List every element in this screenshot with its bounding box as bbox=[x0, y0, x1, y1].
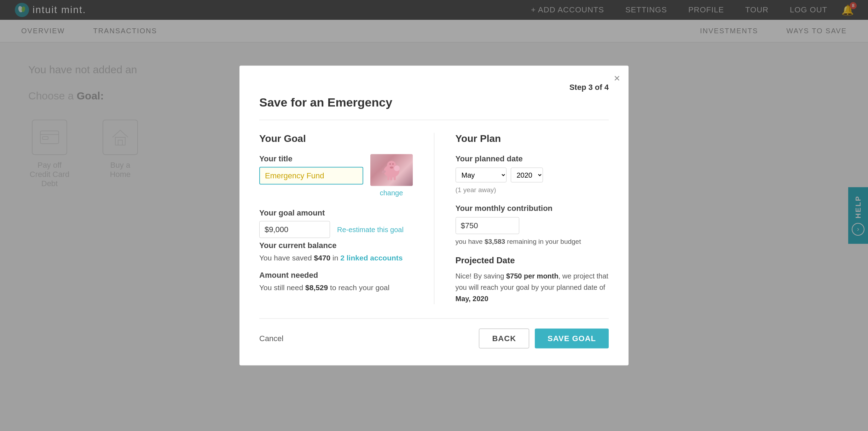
save-goal-button[interactable]: SAVE GOAL bbox=[535, 329, 609, 349]
modal-dialog: × Step 3 of 4 Save for an Emergency Your… bbox=[239, 66, 629, 366]
projected-date-title: Projected Date bbox=[456, 255, 609, 265]
amount-needed-section: Amount needed You still need $8,529 to r… bbox=[259, 271, 413, 292]
change-image-link[interactable]: change bbox=[370, 189, 413, 197]
current-step: 3 bbox=[588, 83, 592, 92]
year-away-text: (1 year away) bbox=[456, 186, 609, 194]
date-selects: May January February March April June Ju… bbox=[456, 168, 609, 183]
linked-accounts-link[interactable]: 2 linked accounts bbox=[340, 254, 403, 262]
goal-amount-row: Re-estimate this goal bbox=[259, 221, 413, 238]
svg-point-11 bbox=[392, 163, 394, 165]
title-input[interactable] bbox=[259, 167, 363, 185]
goal-image-area: change bbox=[370, 154, 413, 197]
your-plan-section: Your Plan Your planned date May January … bbox=[434, 133, 609, 304]
goal-image-row: Your title bbox=[259, 154, 413, 197]
svg-rect-13 bbox=[387, 176, 389, 180]
your-plan-title: Your Plan bbox=[456, 133, 609, 144]
svg-point-12 bbox=[390, 167, 393, 169]
goal-amount-label: Your goal amount bbox=[259, 208, 413, 218]
balance-text: You have saved $470 in 2 linked accounts bbox=[259, 254, 413, 262]
svg-point-10 bbox=[389, 163, 391, 165]
month-select[interactable]: May January February March April June Ju… bbox=[456, 168, 507, 183]
your-goal-section: Your Goal Your title bbox=[259, 133, 413, 304]
contribution-input[interactable] bbox=[456, 217, 519, 234]
balance-amount: $470 bbox=[314, 254, 331, 262]
goal-image bbox=[370, 154, 413, 186]
monthly-contribution-field: Your monthly contribution you have $3,58… bbox=[456, 204, 609, 246]
svg-point-16 bbox=[394, 166, 400, 171]
budget-amount: $3,583 bbox=[485, 238, 505, 245]
projected-date-section: Projected Date Nice! By saving $750 per … bbox=[456, 255, 609, 304]
svg-rect-15 bbox=[390, 176, 392, 180]
projected-amount: $750 per month bbox=[506, 272, 559, 280]
goal-amount-input[interactable] bbox=[259, 221, 330, 238]
re-estimate-link[interactable]: Re-estimate this goal bbox=[337, 225, 404, 234]
modal-title: Save for an Emergency bbox=[259, 96, 609, 109]
projected-date-text: Nice! By saving $750 per month, we proje… bbox=[456, 270, 609, 304]
total-steps: 4 bbox=[604, 83, 609, 92]
cancel-button[interactable]: Cancel bbox=[259, 334, 283, 343]
modal-divider bbox=[259, 120, 609, 120]
modal-step-indicator: Step 3 of 4 bbox=[259, 83, 609, 92]
goal-amount-field: Your goal amount Re-estimate this goal bbox=[259, 208, 413, 238]
modal-close-button[interactable]: × bbox=[614, 73, 620, 84]
year-select[interactable]: 2020 2021 2022 2023 bbox=[511, 168, 543, 183]
planned-date-label: Your planned date bbox=[456, 154, 609, 163]
modal-body: Your Goal Your title bbox=[259, 133, 609, 304]
planned-date-field: Your planned date May January February M… bbox=[456, 154, 609, 194]
current-balance-label: Your current balance bbox=[259, 241, 413, 250]
amount-needed-label: Amount needed bbox=[259, 271, 413, 280]
footer-buttons: BACK SAVE GOAL bbox=[479, 329, 609, 349]
svg-rect-14 bbox=[394, 176, 396, 180]
back-button[interactable]: BACK bbox=[479, 329, 529, 349]
current-balance-section: Your current balance You have saved $470… bbox=[259, 241, 413, 262]
your-goal-title: Your Goal bbox=[259, 133, 413, 144]
amount-needed-text: You still need $8,529 to reach your goal bbox=[259, 283, 413, 292]
projected-date: May, 2020 bbox=[456, 295, 488, 303]
amount-needed-value: $8,529 bbox=[305, 283, 328, 292]
piggy-bank-image bbox=[377, 158, 406, 183]
budget-remaining-text: you have $3,583 remaining in your budget bbox=[456, 238, 609, 246]
contribution-label: Your monthly contribution bbox=[456, 204, 609, 213]
title-field-label: Your title bbox=[259, 154, 363, 163]
modal-footer: Cancel BACK SAVE GOAL bbox=[259, 318, 609, 349]
